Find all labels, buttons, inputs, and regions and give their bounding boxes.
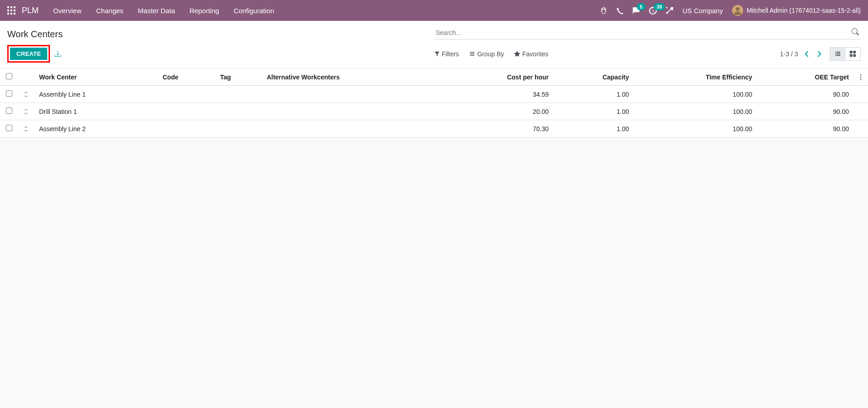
svg-rect-0	[7, 6, 9, 8]
work-centers-table: Work Center Code Tag Alternative Workcen…	[0, 69, 868, 138]
cell-tag	[214, 86, 261, 103]
drag-handle-icon[interactable]	[24, 109, 28, 114]
row-checkbox[interactable]	[6, 108, 12, 114]
groupby-label: Group By	[477, 50, 504, 58]
activities-icon[interactable]: 39	[649, 7, 657, 15]
cell-code	[157, 86, 215, 103]
kebab-icon	[860, 74, 862, 80]
chevron-right-icon	[817, 51, 822, 57]
drag-handle-icon[interactable]	[24, 92, 28, 97]
cell-capacity: 1.00	[554, 103, 635, 120]
col-oee[interactable]: OEE Target	[758, 69, 854, 86]
svg-rect-5	[14, 10, 15, 11]
col-capacity[interactable]: Capacity	[554, 69, 635, 86]
table-header-row: Work Center Code Tag Alternative Workcen…	[0, 69, 868, 86]
cell-cost: 34.59	[441, 86, 554, 103]
cell-oee: 90.00	[758, 86, 854, 103]
svg-rect-1	[10, 6, 12, 8]
pager-prev[interactable]	[803, 49, 811, 59]
menu-overview[interactable]: Overview	[53, 7, 82, 15]
svg-rect-7	[10, 13, 12, 15]
pager-range[interactable]: 1-3 / 3	[780, 50, 798, 58]
cell-tag	[214, 103, 261, 120]
apps-icon[interactable]	[7, 6, 15, 15]
col-eff[interactable]: Time Efficiency	[635, 69, 758, 86]
user-name: Mitchell Admin (17674012-saas-15-2-all)	[747, 7, 861, 14]
cell-oee: 90.00	[758, 103, 854, 120]
cell-capacity: 1.00	[554, 120, 635, 138]
svg-point-10	[736, 7, 739, 11]
activities-badge: 39	[654, 3, 665, 10]
cell-eff: 100.00	[635, 120, 758, 138]
menu-master-data[interactable]: Master Data	[138, 7, 175, 15]
create-button[interactable]: CREATE	[10, 48, 47, 60]
import-button[interactable]	[55, 50, 61, 57]
kanban-view-button[interactable]	[845, 47, 861, 61]
chevron-left-icon	[804, 51, 809, 57]
svg-rect-13	[850, 54, 853, 57]
svg-rect-6	[7, 13, 9, 15]
search-input[interactable]	[434, 26, 861, 39]
cell-oee: 90.00	[758, 120, 854, 138]
menu-configuration[interactable]: Configuration	[233, 7, 274, 15]
col-options[interactable]	[854, 69, 868, 86]
favorites-label: Favorites	[522, 50, 549, 58]
col-tag[interactable]: Tag	[214, 69, 261, 86]
row-checkbox[interactable]	[6, 125, 12, 131]
select-all-checkbox[interactable]	[6, 73, 12, 79]
breadcrumb: Work Centers	[7, 29, 63, 39]
cell-cost: 70.30	[441, 120, 554, 138]
svg-rect-2	[14, 6, 15, 8]
cell-alt	[261, 86, 441, 103]
row-checkbox[interactable]	[6, 90, 12, 97]
groupby-button[interactable]: Group By	[469, 50, 504, 58]
col-alt[interactable]: Alternative Workcenters	[261, 69, 441, 86]
menu-reporting[interactable]: Reporting	[189, 7, 219, 15]
messages-badge: 5	[637, 3, 645, 10]
star-icon	[514, 51, 520, 57]
messages-icon[interactable]: 5	[632, 7, 640, 15]
main-menu: Overview Changes Master Data Reporting C…	[53, 7, 274, 15]
svg-point-16	[860, 76, 862, 78]
col-cost[interactable]: Cost per hour	[441, 69, 554, 86]
svg-rect-3	[7, 10, 9, 11]
svg-rect-8	[14, 13, 15, 15]
col-work-center[interactable]: Work Center	[34, 69, 157, 86]
debug-icon[interactable]	[600, 7, 607, 14]
table-row[interactable]: Assembly Line 2 70.30 1.00 100.00 90.00	[0, 120, 868, 138]
app-brand[interactable]: PLM	[22, 6, 39, 15]
cell-alt	[261, 103, 441, 120]
table-row[interactable]: Drill Station 1 20.00 1.00 100.00 90.00	[0, 103, 868, 120]
filters-button[interactable]: Filters	[434, 50, 459, 58]
phone-icon[interactable]	[616, 7, 623, 14]
cell-cost: 20.00	[441, 103, 554, 120]
control-panel: Work Centers CREATE Filters	[0, 21, 868, 69]
cell-capacity: 1.00	[554, 86, 635, 103]
svg-rect-4	[10, 10, 12, 11]
cell-work-center: Assembly Line 1	[34, 86, 157, 103]
filters-label: Filters	[442, 50, 459, 58]
cell-code	[157, 103, 215, 120]
pager-next[interactable]	[815, 49, 823, 59]
svg-rect-14	[853, 54, 856, 57]
avatar	[732, 5, 743, 16]
funnel-icon	[434, 51, 440, 57]
search-icon[interactable]	[852, 28, 859, 35]
company-selector[interactable]: US Company	[682, 7, 723, 15]
tools-icon[interactable]	[666, 7, 673, 14]
nav-right: 5 39 US Company Mitchell Admin (17674012…	[600, 5, 861, 16]
svg-point-15	[860, 74, 862, 75]
cell-alt	[261, 120, 441, 138]
user-menu[interactable]: Mitchell Admin (17674012-saas-15-2-all)	[732, 5, 861, 16]
favorites-button[interactable]: Favorites	[514, 50, 549, 58]
list-icon	[469, 51, 475, 57]
col-code[interactable]: Code	[157, 69, 215, 86]
create-highlight: CREATE	[7, 45, 50, 63]
table-row[interactable]: Assembly Line 1 34.59 1.00 100.00 90.00	[0, 86, 868, 103]
pager: 1-3 / 3	[780, 49, 823, 59]
cell-eff: 100.00	[635, 86, 758, 103]
menu-changes[interactable]: Changes	[96, 7, 124, 15]
drag-handle-icon[interactable]	[24, 126, 28, 132]
search-container	[434, 26, 861, 39]
list-view-button[interactable]	[830, 47, 845, 61]
